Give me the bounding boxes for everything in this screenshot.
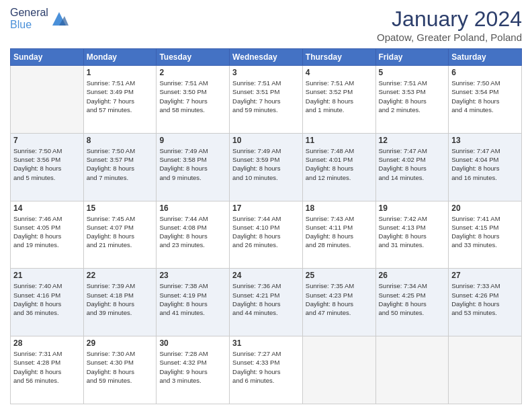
day-info: Sunrise: 7:49 AM Sunset: 3:58 PM Dayligh… [159, 146, 226, 182]
header-row: Sunday Monday Tuesday Wednesday Thursday… [11, 49, 522, 66]
day-info: Sunrise: 7:44 AM Sunset: 4:10 PM Dayligh… [232, 214, 300, 250]
table-row: 1Sunrise: 7:51 AM Sunset: 3:49 PM Daylig… [83, 66, 157, 134]
day-number: 25 [306, 271, 373, 280]
day-number: 16 [159, 203, 226, 213]
col-friday: Friday [375, 49, 449, 66]
day-info: Sunrise: 7:50 AM Sunset: 3:56 PM Dayligh… [13, 146, 81, 182]
table-row: 19Sunrise: 7:42 AM Sunset: 4:13 PM Dayli… [375, 201, 449, 269]
day-info: Sunrise: 7:34 AM Sunset: 4:25 PM Dayligh… [379, 281, 446, 317]
table-row: 5Sunrise: 7:51 AM Sunset: 3:53 PM Daylig… [375, 66, 449, 134]
day-info: Sunrise: 7:39 AM Sunset: 4:18 PM Dayligh… [87, 281, 154, 317]
day-info: Sunrise: 7:49 AM Sunset: 3:59 PM Dayligh… [232, 146, 300, 182]
day-info: Sunrise: 7:48 AM Sunset: 4:01 PM Dayligh… [306, 146, 373, 182]
col-sunday: Sunday [11, 49, 84, 66]
table-row: 4Sunrise: 7:51 AM Sunset: 3:52 PM Daylig… [302, 66, 375, 134]
day-number: 14 [13, 203, 81, 213]
day-info: Sunrise: 7:46 AM Sunset: 4:05 PM Dayligh… [13, 214, 81, 250]
day-number: 24 [232, 271, 300, 280]
day-number: 10 [232, 136, 300, 145]
table-row: 25Sunrise: 7:35 AM Sunset: 4:23 PM Dayli… [302, 269, 375, 336]
day-number: 11 [306, 136, 373, 145]
day-info: Sunrise: 7:40 AM Sunset: 4:16 PM Dayligh… [13, 281, 81, 317]
table-row [449, 336, 522, 404]
table-row: 22Sunrise: 7:39 AM Sunset: 4:18 PM Dayli… [83, 269, 157, 336]
day-info: Sunrise: 7:30 AM Sunset: 4:30 PM Dayligh… [87, 349, 154, 385]
table-row: 30Sunrise: 7:28 AM Sunset: 4:32 PM Dayli… [157, 336, 230, 404]
calendar-week-2: 7Sunrise: 7:50 AM Sunset: 3:56 PM Daylig… [11, 133, 522, 201]
day-info: Sunrise: 7:47 AM Sunset: 4:02 PM Dayligh… [379, 146, 446, 182]
logo-icon [50, 9, 69, 28]
table-row: 8Sunrise: 7:50 AM Sunset: 3:57 PM Daylig… [83, 133, 157, 201]
day-info: Sunrise: 7:51 AM Sunset: 3:49 PM Dayligh… [87, 79, 154, 114]
day-number: 8 [87, 136, 154, 145]
logo-blue: Blue [10, 19, 48, 31]
header: General Blue January 2024 Opatow, Greate… [10, 7, 522, 43]
day-number: 4 [306, 68, 373, 77]
logo-text: General Blue [10, 7, 69, 31]
day-info: Sunrise: 7:51 AM Sunset: 3:51 PM Dayligh… [232, 79, 300, 114]
table-row: 15Sunrise: 7:45 AM Sunset: 4:07 PM Dayli… [83, 201, 157, 269]
day-info: Sunrise: 7:33 AM Sunset: 4:26 PM Dayligh… [451, 281, 519, 317]
day-info: Sunrise: 7:45 AM Sunset: 4:07 PM Dayligh… [87, 214, 154, 250]
day-number: 29 [87, 338, 154, 348]
day-number: 3 [232, 68, 300, 77]
day-number: 2 [159, 68, 226, 77]
table-row: 9Sunrise: 7:49 AM Sunset: 3:58 PM Daylig… [157, 133, 230, 201]
logo: General Blue [10, 7, 69, 31]
day-number: 30 [159, 338, 226, 348]
day-number: 28 [13, 338, 81, 348]
table-row: 16Sunrise: 7:44 AM Sunset: 4:08 PM Dayli… [157, 201, 230, 269]
calendar-week-5: 28Sunrise: 7:31 AM Sunset: 4:28 PM Dayli… [11, 336, 522, 404]
day-number: 31 [232, 338, 300, 348]
table-row: 21Sunrise: 7:40 AM Sunset: 4:16 PM Dayli… [11, 269, 84, 336]
calendar-week-3: 14Sunrise: 7:46 AM Sunset: 4:05 PM Dayli… [11, 201, 522, 269]
location: Opatow, Greater Poland, Poland [377, 32, 522, 43]
day-info: Sunrise: 7:31 AM Sunset: 4:28 PM Dayligh… [13, 349, 81, 385]
day-number: 22 [87, 271, 154, 280]
day-number: 12 [379, 136, 446, 145]
col-wednesday: Wednesday [230, 49, 303, 66]
calendar-week-1: 1Sunrise: 7:51 AM Sunset: 3:49 PM Daylig… [11, 66, 522, 134]
day-info: Sunrise: 7:43 AM Sunset: 4:11 PM Dayligh… [306, 214, 373, 250]
table-row: 28Sunrise: 7:31 AM Sunset: 4:28 PM Dayli… [11, 336, 84, 404]
table-row: 11Sunrise: 7:48 AM Sunset: 4:01 PM Dayli… [302, 133, 375, 201]
col-tuesday: Tuesday [157, 49, 230, 66]
table-row: 13Sunrise: 7:47 AM Sunset: 4:04 PM Dayli… [449, 133, 522, 201]
day-info: Sunrise: 7:44 AM Sunset: 4:08 PM Dayligh… [159, 214, 226, 250]
page: General Blue January 2024 Opatow, Greate… [0, 0, 532, 411]
day-number: 26 [379, 271, 446, 280]
day-info: Sunrise: 7:42 AM Sunset: 4:13 PM Dayligh… [379, 214, 446, 250]
table-row: 20Sunrise: 7:41 AM Sunset: 4:15 PM Dayli… [449, 201, 522, 269]
table-row: 29Sunrise: 7:30 AM Sunset: 4:30 PM Dayli… [83, 336, 157, 404]
table-row [11, 66, 84, 134]
calendar-table: Sunday Monday Tuesday Wednesday Thursday… [10, 48, 522, 404]
calendar-week-4: 21Sunrise: 7:40 AM Sunset: 4:16 PM Dayli… [11, 269, 522, 336]
table-row: 12Sunrise: 7:47 AM Sunset: 4:02 PM Dayli… [375, 133, 449, 201]
day-info: Sunrise: 7:27 AM Sunset: 4:33 PM Dayligh… [232, 349, 300, 385]
table-row [375, 336, 449, 404]
table-row: 3Sunrise: 7:51 AM Sunset: 3:51 PM Daylig… [230, 66, 303, 134]
month-title: January 2024 [377, 7, 522, 32]
day-number: 18 [306, 203, 373, 213]
day-number: 6 [451, 68, 519, 77]
day-number: 7 [13, 136, 81, 145]
day-info: Sunrise: 7:36 AM Sunset: 4:21 PM Dayligh… [232, 281, 300, 317]
day-number: 27 [451, 271, 519, 280]
day-info: Sunrise: 7:35 AM Sunset: 4:23 PM Dayligh… [306, 281, 373, 317]
day-number: 19 [379, 203, 446, 213]
day-info: Sunrise: 7:51 AM Sunset: 3:53 PM Dayligh… [379, 79, 446, 114]
table-row: 14Sunrise: 7:46 AM Sunset: 4:05 PM Dayli… [11, 201, 84, 269]
day-number: 23 [159, 271, 226, 280]
table-row: 24Sunrise: 7:36 AM Sunset: 4:21 PM Dayli… [230, 269, 303, 336]
day-info: Sunrise: 7:47 AM Sunset: 4:04 PM Dayligh… [451, 146, 519, 182]
logo-general: General [10, 7, 48, 19]
day-info: Sunrise: 7:41 AM Sunset: 4:15 PM Dayligh… [451, 214, 519, 250]
table-row: 23Sunrise: 7:38 AM Sunset: 4:19 PM Dayli… [157, 269, 230, 336]
col-saturday: Saturday [449, 49, 522, 66]
day-number: 15 [87, 203, 154, 213]
day-number: 1 [87, 68, 154, 77]
col-monday: Monday [83, 49, 157, 66]
table-row: 7Sunrise: 7:50 AM Sunset: 3:56 PM Daylig… [11, 133, 84, 201]
table-row: 2Sunrise: 7:51 AM Sunset: 3:50 PM Daylig… [157, 66, 230, 134]
table-row: 18Sunrise: 7:43 AM Sunset: 4:11 PM Dayli… [302, 201, 375, 269]
